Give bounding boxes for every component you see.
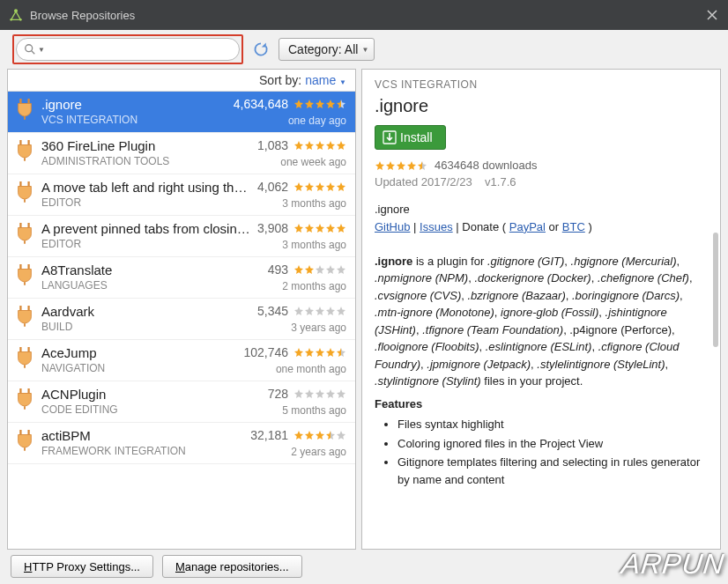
plugin-row[interactable]: actiBPMFRAMEWORK INTEGRATION32,1812 year…	[8, 423, 355, 464]
plugin-name: A move tab left and right using the keyb…	[41, 180, 250, 195]
plugin-rating-stars	[293, 306, 346, 316]
detail-category: VCS INTEGRATION	[375, 78, 708, 91]
search-input[interactable]	[48, 43, 232, 56]
plugin-rating-stars	[293, 430, 346, 440]
manage-repositories-button[interactable]: Manage repositories...	[162, 555, 302, 578]
plugin-category: VCS INTEGRATION	[41, 114, 227, 126]
window-title: Browse Repositories	[30, 9, 705, 22]
plugin-name: actiBPM	[41, 428, 243, 443]
http-proxy-button[interactable]: HTTP Proxy Settings...	[11, 555, 153, 578]
features-list: Files syntax highlightColoring ignored f…	[397, 416, 708, 488]
btc-link[interactable]: BTC	[562, 220, 585, 233]
toolbar: ▼ Category: All ▼	[0, 30, 728, 69]
plugin-category: FRAMEWORK INTEGRATION	[41, 445, 243, 457]
feature-item: Coloring ignored files in the Project Vi…	[397, 435, 708, 453]
plugin-icon	[15, 345, 34, 368]
plugin-name: Aardvark	[41, 304, 250, 319]
plugin-downloads: 4,634,648	[234, 97, 288, 111]
plugin-downloads: 3,908	[257, 221, 288, 235]
plugin-category: EDITOR	[41, 238, 250, 250]
svg-point-3	[26, 45, 33, 52]
issues-link[interactable]: Issues	[420, 220, 453, 233]
plugin-updated: 5 months ago	[268, 404, 346, 417]
plugin-row[interactable]: AceJumpNAVIGATION102,746one month ago	[8, 340, 355, 381]
plugin-downloads: 102,746	[243, 345, 288, 359]
plugin-updated: 2 years ago	[250, 446, 346, 458]
plugin-icon	[15, 97, 34, 120]
plugin-row[interactable]: .ignoreVCS INTEGRATION4,634,648one day a…	[8, 92, 355, 133]
plugin-rating-stars	[293, 99, 346, 109]
detail-description: .ignore is a plugin for .gitignore (GIT)…	[375, 253, 708, 390]
plugin-updated: 3 months ago	[257, 197, 346, 210]
plugin-downloads: 1,083	[257, 138, 288, 152]
svg-point-2	[19, 18, 22, 21]
search-dropdown-icon[interactable]: ▼	[38, 46, 45, 54]
footer: HTTP Proxy Settings... Manage repositori…	[0, 550, 728, 583]
plugin-downloads: 493	[268, 262, 288, 277]
plugin-downloads: 4,062	[257, 180, 288, 194]
plugin-row[interactable]: AardvarkBUILD5,3453 years ago	[8, 299, 355, 340]
install-label: Install	[400, 130, 433, 144]
plugin-icon	[15, 387, 34, 410]
close-button[interactable]	[705, 8, 719, 22]
detail-body: .ignore GitHub | Issues | Donate ( PayPa…	[375, 201, 708, 488]
scrollbar-thumb[interactable]	[713, 233, 718, 347]
refresh-button[interactable]	[252, 41, 270, 58]
plugin-row[interactable]: A move tab left and right using the keyb…	[8, 174, 355, 216]
plugin-row[interactable]: A prevent pinned tabs from closing plugi…	[8, 216, 355, 257]
plugin-name: .ignore	[41, 97, 227, 112]
plugin-name: A8Translate	[41, 262, 261, 277]
plugin-icon	[15, 180, 34, 203]
detail-rating-stars	[375, 160, 427, 171]
category-dropdown[interactable]: Category: All ▼	[279, 38, 375, 61]
search-highlight: ▼	[12, 34, 243, 64]
plugin-row[interactable]: A8TranslateLANGUAGES4932 months ago	[8, 257, 355, 299]
paypal-link[interactable]: PayPal	[509, 220, 546, 233]
detail-name: .ignore	[375, 96, 708, 116]
plugin-downloads: 32,181	[250, 428, 288, 442]
plugin-name: A prevent pinned tabs from closing plugi…	[41, 221, 250, 236]
search-icon	[24, 43, 36, 55]
plugin-category: BUILD	[41, 321, 250, 333]
plugin-category: LANGUAGES	[41, 279, 261, 292]
plugin-rating-stars	[293, 347, 346, 358]
plugin-rating-stars	[293, 181, 346, 192]
plugin-row[interactable]: 360 FireLine PluginADMINISTRATION TOOLS1…	[8, 133, 355, 174]
category-label: Category: All	[288, 42, 358, 56]
plugin-list: .ignoreVCS INTEGRATION4,634,648one day a…	[8, 92, 355, 549]
plugin-row[interactable]: ACNPluginCODE EDITING7285 months ago	[8, 381, 355, 423]
search-box[interactable]: ▼	[16, 38, 240, 61]
plugin-name: ACNPlugin	[41, 387, 261, 402]
plugin-downloads: 728	[268, 387, 288, 401]
plugin-category: NAVIGATION	[41, 362, 236, 374]
plugin-downloads: 5,345	[257, 304, 288, 318]
features-heading: Features	[375, 395, 708, 413]
chevron-down-icon: ▼	[361, 46, 368, 54]
plugin-updated: one week ago	[257, 156, 346, 168]
plugin-rating-stars	[293, 140, 346, 151]
plugin-name: 360 FireLine Plugin	[41, 138, 250, 153]
app-icon	[9, 8, 23, 22]
plugin-icon	[15, 304, 34, 327]
download-icon	[383, 130, 397, 144]
plugin-updated: one day ago	[234, 115, 346, 127]
plugin-icon	[15, 138, 34, 161]
sort-value: name	[305, 73, 336, 87]
plugin-category: ADMINISTRATION TOOLS	[41, 155, 250, 167]
plugin-rating-stars	[293, 388, 346, 399]
plugin-rating-stars	[293, 223, 346, 233]
plugin-icon	[15, 428, 34, 451]
detail-updated: Updated 2017/2/23 v1.7.6	[375, 175, 708, 189]
plugin-icon	[15, 262, 34, 285]
github-link[interactable]: GitHub	[375, 220, 410, 233]
feature-item: Files syntax highlight	[397, 416, 708, 433]
sort-label: Sort by:	[259, 73, 301, 87]
plugin-name: AceJump	[41, 345, 236, 360]
plugin-category: CODE EDITING	[41, 403, 261, 416]
plugin-updated: 3 years ago	[257, 322, 346, 334]
sort-control[interactable]: Sort by: name ▼	[8, 70, 355, 92]
feature-item: Gitignore templates filtering and select…	[397, 454, 708, 488]
plugin-icon	[15, 221, 34, 244]
detail-downloads: 4634648 downloads	[435, 159, 537, 172]
install-button[interactable]: Install	[375, 125, 446, 150]
